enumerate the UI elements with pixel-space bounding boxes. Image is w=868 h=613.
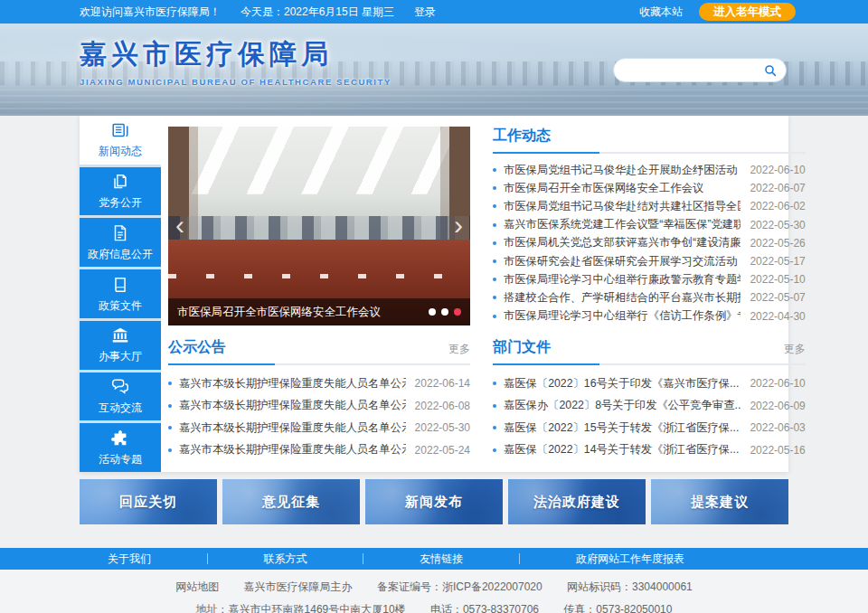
list-item-date: 2022-05-16 [750, 444, 805, 457]
list-item[interactable]: 嘉兴市本级长期护理保险重度失能人员名单公示（2... 2022-05-24 [168, 439, 470, 462]
footer: 网站地图 嘉兴市医疗保障局主办 备案证编号：浙ICP备2022007020 网站… [0, 570, 868, 613]
bullet-icon [493, 404, 496, 408]
divider [207, 553, 208, 564]
list-item[interactable]: 嘉兴市医保系统党建工作会议暨“幸福医保”党建联... 2022-05-30 [493, 216, 806, 234]
list-item-title: 市医保局召开全市医保网络安全工作会议 [504, 181, 741, 196]
footnav-contact[interactable]: 联系方式 [264, 552, 307, 567]
bullet-icon [493, 204, 496, 208]
quicklink-label: 法治政府建设 [533, 494, 620, 511]
footnav-annual-report[interactable]: 政府网站工作年度报表 [576, 552, 684, 567]
list-item[interactable]: 市医保研究会赴省医保研究会开展学习交流活动 2022-05-17 [493, 252, 806, 270]
documents-section-title: 部门文件 [493, 338, 551, 357]
footnav-links[interactable]: 友情链接 [420, 552, 463, 567]
quicklink-label: 新闻发布 [405, 494, 463, 511]
bullet-icon [493, 186, 496, 190]
list-item-title: 市医保局党组书记马俊华赴结对共建社区指导全国文... [504, 199, 741, 214]
sidebar-item-gov-info[interactable]: 政府信息公开 [80, 218, 161, 267]
notices-more-link[interactable]: 更多 [448, 342, 470, 357]
footnav-about[interactable]: 关于我们 [108, 552, 151, 567]
list-item[interactable]: 嘉医保办〔2022〕8号关于印发《公平竞争审查... 2022-06-09 [493, 395, 806, 418]
sidebar-item-label: 互动交流 [99, 401, 142, 416]
bullet-icon [493, 241, 496, 245]
quicklink-label: 回应关切 [119, 494, 177, 511]
list-item-date: 2022-06-02 [750, 200, 805, 212]
list-item-title: 嘉医保〔2022〕14号关于转发《浙江省医疗保... [504, 442, 741, 457]
list-item-title: 市医保研究会赴省医保研究会开展学习交流活动 [504, 254, 741, 269]
bullet-icon [493, 426, 496, 429]
carousel-caption-bar: 市医保局召开全市医保网络安全工作会议 [168, 298, 470, 325]
list-item-date: 2022-06-03 [750, 421, 805, 434]
notices-section-title: 公示公告 [168, 338, 226, 357]
list-item[interactable]: 市医保局理论学习中心组举行《信访工作条例》专题... 2022-04-30 [493, 307, 806, 325]
puzzle-icon [110, 429, 130, 448]
sidebar-item-label: 政策文件 [99, 298, 142, 314]
banner: 嘉兴市医疗保障局 JIAXING MUNICIPAL BUREAU OF HEA… [0, 24, 868, 116]
quicklink-opinion-collection[interactable]: 意见征集 [222, 479, 360, 524]
list-item-title: 市医保局理论学习中心组举行廉政警示教育专题学习... [504, 272, 741, 288]
welcome-text: 欢迎访问嘉兴市医疗保障局！ [80, 5, 221, 20]
list-item[interactable]: 市医保局党组书记马俊华赴企开展助企纾困活动 2022-06-10 [493, 161, 806, 179]
notices-section: 公示公告 更多 嘉兴市本级长期护理保险重度失能人员名单公示（2... 2022-… [168, 338, 470, 461]
list-item-date: 2022-05-07 [750, 291, 805, 304]
file-icon [110, 223, 130, 243]
list-item-title: 嘉兴市本级长期护理保险重度失能人员名单公示（2... [179, 376, 406, 391]
list-item[interactable]: 市医保局召开全市医保网络安全工作会议 2022-06-07 [493, 179, 806, 197]
bullet-icon [168, 404, 172, 408]
list-item-title: 搭建校企合作、产学研相结合的平台嘉兴市长期护理... [504, 290, 741, 306]
carousel-caption[interactable]: 市医保局召开全市医保网络安全工作会议 [177, 305, 429, 320]
list-item[interactable]: 嘉医保〔2022〕14号关于转发《浙江省医疗保... 2022-05-16 [493, 439, 806, 462]
list-item-title: 市医保局理论学习中心组举行《信访工作条例》专题... [504, 308, 741, 324]
list-item-title: 市医保局机关党总支部获评嘉兴市争创“建设清廉机... [504, 235, 741, 250]
sidebar-item-service-hall[interactable]: 办事大厅 [80, 321, 161, 370]
quicklink-respond-concerns[interactable]: 回应关切 [80, 479, 217, 524]
quicklink-news-release[interactable]: 新闻发布 [365, 479, 503, 524]
list-item[interactable]: 嘉医保〔2022〕15号关于转发《浙江省医疗保... 2022-06-03 [493, 417, 806, 439]
list-item-title: 市医保局党组书记马俊华赴企开展助企纾困活动 [504, 163, 741, 178]
quicklink-law-government[interactable]: 法治政府建设 [508, 479, 646, 524]
carousel-next-icon[interactable]: › [448, 210, 468, 242]
main-content: 新闻动态 党务公开 政府信息公开 政策文件 办事大厅 互动交流 活动专题 [80, 116, 788, 472]
favorite-link[interactable]: 收藏本站 [639, 5, 683, 20]
quicklink-proposal-suggestion[interactable]: 提案建议 [651, 479, 788, 524]
bullet-icon [493, 315, 496, 318]
bullet-icon [168, 426, 172, 429]
list-item[interactable]: 市医保局党组书记马俊华赴结对共建社区指导全国文... 2022-06-02 [493, 197, 806, 215]
list-item-date: 2022-05-17 [750, 255, 805, 268]
list-item[interactable]: 嘉医保〔2022〕16号关于印发《嘉兴市医疗保... 2022-06-10 [493, 373, 806, 395]
list-item-title: 嘉医保〔2022〕15号关于转发《浙江省医疗保... [504, 420, 741, 436]
carousel-dots [429, 308, 461, 316]
today-date: 今天是：2022年6月15日 星期三 [241, 5, 394, 20]
sitemap-link[interactable]: 网站地图 [175, 580, 219, 593]
sidebar-item-special-topics[interactable]: 活动专题 [80, 423, 161, 472]
carousel-dot[interactable] [429, 308, 436, 316]
list-item[interactable]: 嘉兴市本级长期护理保险重度失能人员名单公示（2... 2022-05-30 [168, 417, 470, 439]
list-item-date: 2022-05-30 [750, 219, 805, 231]
sidebar-item-policy-docs[interactable]: 政策文件 [80, 269, 161, 318]
sidebar-item-interaction[interactable]: 互动交流 [80, 373, 161, 421]
documents-section: 部门文件 更多 嘉医保〔2022〕16号关于印发《嘉兴市医疗保... 2022-… [493, 338, 806, 461]
bullet-icon [493, 168, 496, 172]
sidebar-item-news[interactable]: 新闻动态 [80, 116, 161, 165]
login-link[interactable]: 登录 [414, 5, 436, 20]
list-item[interactable]: 嘉兴市本级长期护理保险重度失能人员名单公示（2... 2022-06-08 [168, 395, 470, 418]
newspaper-icon [110, 120, 130, 140]
search-input[interactable] [623, 64, 763, 77]
list-item[interactable]: 搭建校企合作、产学研相结合的平台嘉兴市长期护理... 2022-05-07 [493, 288, 806, 306]
list-item[interactable]: 市医保局机关党总支部获评嘉兴市争创“建设清廉机... 2022-05-26 [493, 234, 806, 252]
notices-list: 嘉兴市本级长期护理保险重度失能人员名单公示（2... 2022-06-14 嘉兴… [168, 373, 470, 461]
documents-more-link[interactable]: 更多 [784, 342, 806, 357]
carousel-photo[interactable] [168, 127, 470, 325]
sidebar-item-label: 活动专题 [99, 452, 142, 467]
list-item-date: 2022-05-30 [415, 421, 470, 434]
search-icon[interactable] [763, 63, 778, 78]
footer-nav: 关于我们 联系方式 友情链接 政府网站工作年度报表 [0, 548, 868, 570]
list-item[interactable]: 市医保局理论学习中心组举行廉政警示教育专题学习... 2022-05-10 [493, 270, 806, 288]
sidebar-item-party-affairs[interactable]: 党务公开 [80, 167, 161, 216]
carousel-prev-icon[interactable]: ‹ [170, 210, 190, 242]
notices-section-header: 公示公告 更多 [168, 338, 470, 365]
bullet-icon [168, 448, 172, 452]
carousel-dot-active[interactable] [454, 308, 461, 316]
elder-mode-button[interactable]: 进入老年模式 [699, 3, 796, 21]
list-item[interactable]: 嘉兴市本级长期护理保险重度失能人员名单公示（2... 2022-06-14 [168, 373, 470, 395]
carousel-dot[interactable] [441, 308, 448, 316]
